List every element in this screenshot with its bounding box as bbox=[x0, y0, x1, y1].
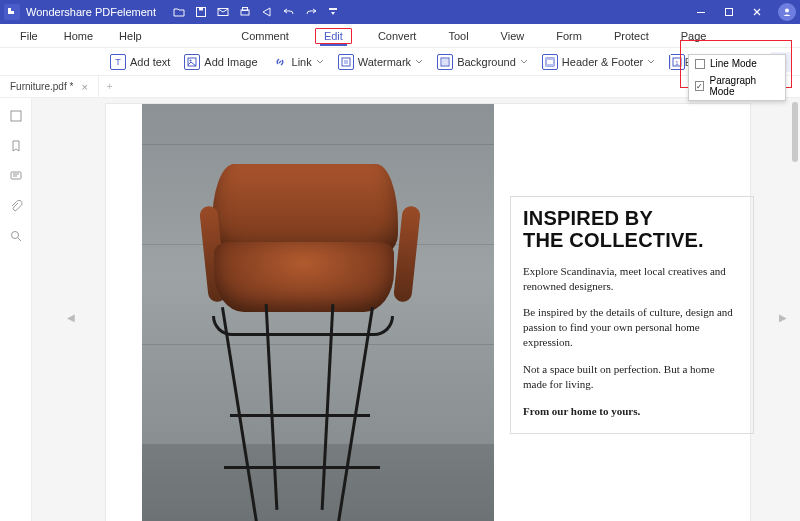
menu-protect[interactable]: Protect bbox=[608, 28, 655, 44]
app-title: Wondershare PDFelement bbox=[26, 6, 156, 18]
menu-home[interactable]: Home bbox=[58, 28, 99, 44]
option-label: Line Mode bbox=[710, 58, 757, 69]
menu-form[interactable]: Form bbox=[550, 28, 588, 44]
tool-watermark[interactable]: Watermark bbox=[338, 54, 423, 70]
window-controls bbox=[694, 5, 764, 19]
maximize-icon[interactable] bbox=[722, 5, 736, 19]
redo-icon[interactable] bbox=[304, 5, 318, 19]
tool-add-image[interactable]: Add Image bbox=[184, 54, 257, 70]
user-avatar[interactable] bbox=[778, 3, 796, 21]
thumbnails-icon[interactable] bbox=[8, 108, 24, 124]
chevron-down-icon bbox=[647, 58, 655, 66]
toolbar: T Add text Add Image Link Watermark Back… bbox=[0, 48, 800, 76]
page-text-block[interactable]: INSPIRED BY THE COLLECTIVE. Explore Scan… bbox=[510, 196, 754, 434]
svg-rect-6 bbox=[697, 12, 705, 13]
text-icon: T bbox=[110, 54, 126, 70]
svg-point-8 bbox=[785, 9, 789, 13]
canvas[interactable]: ◀ ▶ INSPIRED BY bbox=[32, 98, 800, 521]
heading-line: INSPIRED BY bbox=[523, 207, 653, 229]
tool-label: Link bbox=[292, 56, 312, 68]
document-tab[interactable]: Furniture.pdf * × bbox=[0, 76, 99, 97]
background-icon bbox=[437, 54, 453, 70]
tabstrip: Furniture.pdf * × + bbox=[0, 76, 800, 98]
tool-header-footer[interactable]: Header & Footer bbox=[542, 54, 655, 70]
heading: INSPIRED BY THE COLLECTIVE. bbox=[523, 207, 741, 252]
attachments-icon[interactable] bbox=[8, 198, 24, 214]
option-line-mode[interactable]: Line Mode bbox=[689, 55, 785, 72]
workspace: ◀ ▶ INSPIRED BY bbox=[0, 98, 800, 521]
save-icon[interactable] bbox=[194, 5, 208, 19]
watermark-icon bbox=[338, 54, 354, 70]
open-icon[interactable] bbox=[172, 5, 186, 19]
vertical-scrollbar[interactable] bbox=[792, 102, 798, 162]
dropdown-icon[interactable] bbox=[326, 5, 340, 19]
quick-access bbox=[172, 5, 340, 19]
link-icon bbox=[272, 54, 288, 70]
menu-edit[interactable]: Edit bbox=[315, 28, 352, 44]
svg-rect-1 bbox=[199, 8, 203, 11]
image-icon bbox=[184, 54, 200, 70]
svg-rect-21 bbox=[11, 111, 21, 121]
svg-point-23 bbox=[11, 232, 18, 239]
side-panel bbox=[0, 98, 32, 521]
search-icon[interactable] bbox=[8, 228, 24, 244]
option-paragraph-mode[interactable]: Paragraph Mode bbox=[689, 72, 785, 100]
menu-page[interactable]: Page bbox=[675, 28, 713, 44]
paragraph: From our home to yours. bbox=[523, 404, 741, 419]
tool-label: Add text bbox=[130, 56, 170, 68]
svg-rect-4 bbox=[243, 8, 248, 11]
header-footer-icon bbox=[542, 54, 558, 70]
menu-view[interactable]: View bbox=[495, 28, 531, 44]
menubar: File Home Help Comment Edit Convert Tool… bbox=[0, 24, 800, 48]
svg-rect-16 bbox=[546, 64, 554, 66]
heading-line: THE COLLECTIVE. bbox=[523, 229, 704, 251]
titlebar: Wondershare PDFelement bbox=[0, 0, 800, 24]
svg-point-10 bbox=[190, 59, 192, 61]
page-image bbox=[142, 104, 494, 521]
prev-page-icon[interactable]: ◀ bbox=[66, 310, 76, 326]
tool-label: Header & Footer bbox=[562, 56, 643, 68]
tool-label: Watermark bbox=[358, 56, 411, 68]
svg-rect-7 bbox=[726, 9, 733, 16]
menu-comment[interactable]: Comment bbox=[235, 28, 295, 44]
pdf-page[interactable]: INSPIRED BY THE COLLECTIVE. Explore Scan… bbox=[106, 104, 750, 521]
chevron-down-icon bbox=[316, 58, 324, 66]
chair-illustration bbox=[184, 146, 444, 506]
svg-rect-12 bbox=[344, 60, 348, 64]
edit-mode-popup: Line Mode Paragraph Mode bbox=[688, 54, 786, 101]
minimize-icon[interactable] bbox=[694, 5, 708, 19]
svg-rect-5 bbox=[329, 8, 337, 10]
bookmark-icon[interactable] bbox=[8, 138, 24, 154]
option-label: Paragraph Mode bbox=[709, 75, 779, 97]
chevron-down-icon bbox=[520, 58, 528, 66]
tool-add-text[interactable]: T Add text bbox=[110, 54, 170, 70]
share-icon[interactable] bbox=[260, 5, 274, 19]
add-tab-button[interactable]: + bbox=[99, 81, 121, 92]
tab-close-icon[interactable]: × bbox=[81, 81, 87, 93]
tool-background[interactable]: Background bbox=[437, 54, 528, 70]
paragraph: Be inspired by the details of culture, d… bbox=[523, 305, 741, 350]
paragraph: Explore Scandinavia, meet local creative… bbox=[523, 264, 741, 294]
menu-tool[interactable]: Tool bbox=[442, 28, 474, 44]
print-icon[interactable] bbox=[238, 5, 252, 19]
email-icon[interactable] bbox=[216, 5, 230, 19]
menu-file[interactable]: File bbox=[14, 28, 44, 44]
undo-icon[interactable] bbox=[282, 5, 296, 19]
svg-rect-15 bbox=[546, 58, 554, 60]
menu-convert[interactable]: Convert bbox=[372, 28, 423, 44]
menu-help[interactable]: Help bbox=[113, 28, 148, 44]
close-icon[interactable] bbox=[750, 5, 764, 19]
chevron-down-icon bbox=[415, 58, 423, 66]
annotations-icon[interactable] bbox=[8, 168, 24, 184]
checkbox-checked bbox=[695, 81, 704, 91]
tool-link[interactable]: Link bbox=[272, 54, 324, 70]
next-page-icon[interactable]: ▶ bbox=[778, 310, 788, 326]
paragraph: Not a space built on perfection. But a h… bbox=[523, 362, 741, 392]
tool-label: Add Image bbox=[204, 56, 257, 68]
checkbox-unchecked bbox=[695, 59, 705, 69]
tool-label: Background bbox=[457, 56, 516, 68]
tab-label: Furniture.pdf * bbox=[10, 81, 73, 92]
app-logo bbox=[4, 4, 20, 20]
